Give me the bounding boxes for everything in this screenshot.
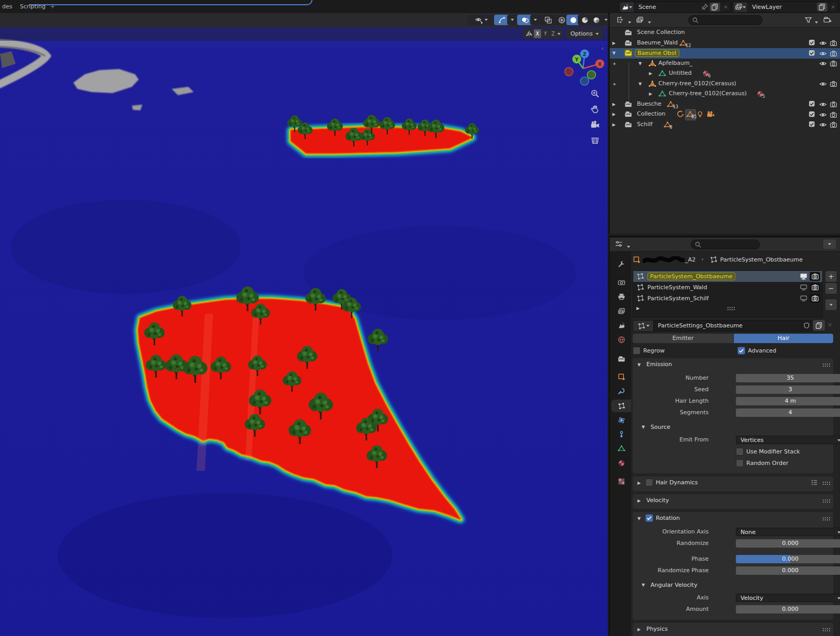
pan-button[interactable] [590, 105, 602, 116]
segments-field[interactable]: 4 [736, 408, 840, 417]
properties-tab-texture[interactable] [611, 475, 631, 487]
panel-drag-grip[interactable] [822, 481, 830, 485]
viewlayer-name[interactable]: ViewLayer [748, 4, 786, 10]
new-viewlayer-button[interactable] [817, 3, 827, 12]
scene-browse-button[interactable] [620, 2, 634, 12]
display-mode-button[interactable] [636, 16, 644, 24]
hide-eye-toggle[interactable] [819, 121, 827, 129]
subpanel-header[interactable]: ▼Angular Velocity [633, 581, 833, 590]
properties-tab-tool[interactable] [611, 257, 631, 270]
outliner-item-label[interactable]: Baeume_Wald [637, 39, 678, 46]
hide-eye-toggle[interactable] [819, 60, 827, 67]
exclude-checkbox[interactable] [809, 100, 816, 108]
orientation-axis-dropdown[interactable]: None [736, 528, 840, 536]
unlink-scene-button[interactable]: ✕ [721, 4, 731, 10]
tab-emitter[interactable]: Emitter [633, 334, 733, 343]
add-particle-system-button[interactable]: + [825, 270, 837, 282]
render-visibility-toggle[interactable] [830, 121, 837, 129]
number-field[interactable]: 35 [736, 374, 840, 382]
seed-field[interactable]: 3 [736, 385, 840, 394]
properties-tab-data[interactable] [611, 442, 631, 455]
render-toggle-icon[interactable] [810, 272, 820, 281]
outliner-row[interactable]: ▶Untitled6 [610, 69, 840, 79]
pin-icon[interactable] [701, 3, 709, 11]
editor-type-button[interactable] [615, 240, 623, 248]
properties-tab-object[interactable] [611, 370, 631, 383]
randomize-field[interactable]: 0.000 [736, 539, 840, 548]
properties-options-dropdown[interactable] [823, 240, 836, 249]
render-visibility-toggle[interactable] [830, 100, 837, 108]
amount-field[interactable]: 0.000 [736, 605, 840, 614]
add-workspace-button[interactable]: + [50, 0, 55, 13]
properties-tab-output[interactable] [611, 290, 631, 303]
advanced-checkbox[interactable] [737, 347, 745, 355]
subpanel-header[interactable]: ▼Source [633, 423, 833, 433]
properties-tab-scene[interactable] [611, 319, 631, 332]
particle-system-name[interactable]: ParticleSystem_Obstbaeume [647, 272, 735, 280]
panel-drag-grip[interactable] [822, 517, 830, 520]
particle-system-name[interactable]: ParticleSystem_Schilf [647, 295, 709, 302]
expand-arrow[interactable]: ▶ [612, 102, 615, 107]
particle-system-row[interactable]: ParticleSystem_Schilf [633, 293, 822, 304]
editor-type-dropdown[interactable] [627, 246, 630, 248]
outliner-row[interactable]: ▼Baeume Obst [610, 48, 840, 59]
phase-slider[interactable]: 0.000 [736, 555, 840, 563]
exclude-checkbox[interactable] [809, 39, 816, 47]
expand-arrow[interactable]: ▶ [612, 112, 615, 117]
outliner-item-label[interactable]: Collection [637, 110, 665, 117]
panel-header-hair-dynamics[interactable]: ▶Hair Dynamics [633, 476, 833, 489]
outliner-row[interactable]: Scene Collection [610, 28, 840, 38]
outliner-row[interactable]: ▶Baeume_Wald12 [610, 38, 840, 49]
properties-tab-particles[interactable] [611, 400, 631, 412]
outliner-row[interactable]: ▶Buesche13 [610, 99, 840, 110]
filter-dropdown[interactable] [815, 21, 818, 24]
filter-icon[interactable] [804, 16, 812, 24]
settings-browse-button[interactable] [633, 320, 654, 332]
outliner-item-label[interactable]: Apfelbaum_ [658, 60, 692, 66]
random-order-checkbox[interactable] [736, 459, 744, 467]
breadcrumb-target[interactable]: ParticleSystem_Obstbaeume [720, 256, 803, 263]
exclude-checkbox[interactable] [809, 111, 816, 118]
monitor-off-icon[interactable] [800, 294, 808, 302]
options-dropdown[interactable]: Options [566, 29, 603, 39]
collapse-arrow[interactable]: ▼ [612, 51, 615, 55]
properties-tab-render[interactable] [611, 276, 631, 289]
new-scene-button[interactable] [710, 3, 720, 12]
properties-search-input[interactable] [691, 240, 760, 249]
panel-checkbox[interactable] [645, 514, 653, 522]
new-settings-button[interactable] [813, 320, 825, 331]
specials-dropdown[interactable] [825, 299, 837, 311]
settings-name-field[interactable]: ParticleSettings_Obstbaeume [653, 320, 806, 332]
render-toggle-icon[interactable] [810, 294, 820, 303]
use-modifier-stack-checkbox[interactable] [736, 448, 744, 456]
render-toggle-icon[interactable] [810, 283, 820, 292]
panel-header-physics[interactable]: ▶Physics [633, 623, 833, 635]
render-visibility-toggle[interactable] [830, 50, 837, 58]
object-name-suffix[interactable]: _A2 [685, 256, 696, 263]
properties-tab-material[interactable] [611, 457, 631, 469]
remove-viewlayer-button[interactable]: ✕ [828, 4, 838, 10]
unlink-settings-button[interactable]: ✕ [827, 322, 832, 328]
monitor-off-icon[interactable] [800, 283, 808, 291]
tab-hair[interactable]: Hair [734, 334, 833, 343]
outliner-row[interactable]: ▶Schilf8 [610, 120, 840, 130]
particle-system-row[interactable]: ParticleSystem_Wald [633, 282, 822, 293]
remove-particle-system-button[interactable]: − [825, 282, 837, 294]
outliner-item-label[interactable]: Baeume Obst [635, 49, 679, 57]
mirror-dropdown[interactable] [557, 33, 561, 35]
panel-header-rotation[interactable]: ▼Rotation [633, 512, 833, 525]
hide-eye-toggle[interactable] [819, 100, 827, 108]
outliner-item-label[interactable]: Schilf [637, 121, 653, 128]
gizmo-dropdown[interactable] [507, 15, 518, 25]
scene-name[interactable]: Scene [634, 4, 660, 10]
outliner-item-label[interactable]: Buesche [637, 100, 662, 107]
panel-checkbox[interactable] [645, 479, 653, 486]
outliner-item-label[interactable]: Scene Collection [637, 29, 685, 36]
collapse-arrow[interactable]: ▼ [639, 82, 642, 86]
monitor-on-icon[interactable] [800, 272, 808, 280]
panel-drag-grip[interactable] [822, 499, 830, 503]
outliner-search-input[interactable] [688, 15, 763, 25]
outliner-row[interactable]: ▶Cherry-tree_0102(Cerasus)5 [610, 89, 840, 99]
panel-drag-grip[interactable] [822, 363, 830, 367]
panel-drag-grip[interactable] [822, 628, 830, 631]
